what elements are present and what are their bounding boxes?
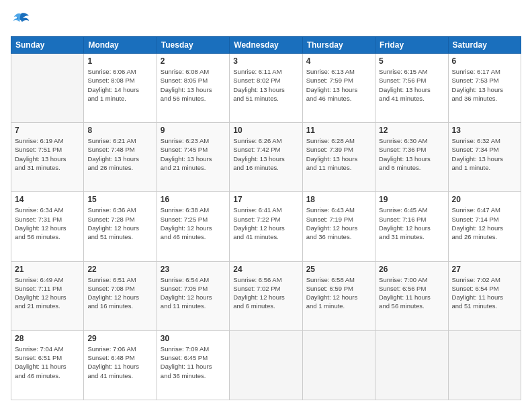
day-number: 11 — [306, 126, 371, 135]
calendar-cell: 30Sunrise: 7:09 AM Sunset: 6:45 PM Dayli… — [157, 330, 229, 400]
weekday-header-wednesday: Wednesday — [230, 37, 302, 54]
day-number: 8 — [87, 126, 152, 135]
day-number: 16 — [161, 195, 226, 204]
day-info: Sunrise: 6:58 AM Sunset: 6:59 PM Dayligh… — [306, 275, 371, 311]
day-info: Sunrise: 7:04 AM Sunset: 6:51 PM Dayligh… — [15, 345, 80, 380]
day-info: Sunrise: 6:47 AM Sunset: 7:14 PM Dayligh… — [452, 205, 517, 241]
calendar-cell: 24Sunrise: 6:56 AM Sunset: 7:02 PM Dayli… — [230, 261, 302, 330]
day-number: 29 — [87, 334, 152, 343]
day-info: Sunrise: 6:08 AM Sunset: 8:05 PM Dayligh… — [161, 67, 226, 103]
day-number: 18 — [306, 195, 371, 204]
day-number: 6 — [452, 56, 517, 66]
day-number: 9 — [161, 126, 226, 135]
day-number: 26 — [379, 265, 444, 274]
day-number: 1 — [87, 56, 152, 66]
calendar-week-row: 1Sunrise: 6:06 AM Sunset: 8:08 PM Daylig… — [11, 54, 521, 123]
day-number: 4 — [306, 56, 371, 66]
weekday-header-saturday: Saturday — [448, 37, 521, 54]
calendar-cell — [302, 330, 375, 400]
header — [11, 11, 521, 30]
day-info: Sunrise: 6:26 AM Sunset: 7:42 PM Dayligh… — [233, 136, 298, 172]
day-number: 27 — [452, 265, 517, 274]
calendar-table: SundayMondayTuesdayWednesdayThursdayFrid… — [11, 36, 521, 400]
calendar-cell: 6Sunrise: 6:17 AM Sunset: 7:53 PM Daylig… — [448, 54, 521, 123]
calendar-cell: 11Sunrise: 6:28 AM Sunset: 7:39 PM Dayli… — [302, 123, 375, 192]
day-info: Sunrise: 6:54 AM Sunset: 7:05 PM Dayligh… — [161, 275, 226, 311]
day-number: 2 — [161, 56, 226, 66]
day-info: Sunrise: 6:15 AM Sunset: 7:56 PM Dayligh… — [379, 67, 444, 103]
calendar-cell: 26Sunrise: 7:00 AM Sunset: 6:56 PM Dayli… — [375, 261, 448, 330]
calendar-cell: 15Sunrise: 6:36 AM Sunset: 7:28 PM Dayli… — [84, 192, 157, 261]
calendar-cell — [11, 54, 84, 123]
day-info: Sunrise: 6:51 AM Sunset: 7:08 PM Dayligh… — [87, 275, 152, 311]
day-info: Sunrise: 6:17 AM Sunset: 7:53 PM Dayligh… — [452, 67, 517, 103]
calendar-cell: 21Sunrise: 6:49 AM Sunset: 7:11 PM Dayli… — [11, 261, 84, 330]
day-info: Sunrise: 6:36 AM Sunset: 7:28 PM Dayligh… — [87, 205, 152, 241]
weekday-header-monday: Monday — [84, 37, 157, 54]
day-info: Sunrise: 6:19 AM Sunset: 7:51 PM Dayligh… — [15, 136, 80, 172]
calendar-cell: 12Sunrise: 6:30 AM Sunset: 7:36 PM Dayli… — [375, 123, 448, 192]
day-info: Sunrise: 6:38 AM Sunset: 7:25 PM Dayligh… — [161, 205, 226, 241]
calendar-week-row: 28Sunrise: 7:04 AM Sunset: 6:51 PM Dayli… — [11, 330, 521, 400]
calendar-header-row: SundayMondayTuesdayWednesdayThursdayFrid… — [11, 37, 521, 54]
day-info: Sunrise: 6:06 AM Sunset: 8:08 PM Dayligh… — [87, 67, 152, 103]
day-info: Sunrise: 7:02 AM Sunset: 6:54 PM Dayligh… — [452, 275, 517, 311]
day-number: 24 — [233, 265, 298, 274]
day-info: Sunrise: 6:21 AM Sunset: 7:48 PM Dayligh… — [87, 136, 152, 172]
day-info: Sunrise: 7:00 AM Sunset: 6:56 PM Dayligh… — [379, 275, 444, 311]
weekday-header-tuesday: Tuesday — [157, 37, 229, 54]
weekday-header-thursday: Thursday — [302, 37, 375, 54]
calendar-cell — [448, 330, 521, 400]
weekday-header-friday: Friday — [375, 37, 448, 54]
day-info: Sunrise: 6:34 AM Sunset: 7:31 PM Dayligh… — [15, 205, 80, 241]
day-info: Sunrise: 6:43 AM Sunset: 7:19 PM Dayligh… — [306, 205, 371, 241]
page: SundayMondayTuesdayWednesdayThursdayFrid… — [0, 0, 532, 411]
calendar-cell: 3Sunrise: 6:11 AM Sunset: 8:02 PM Daylig… — [230, 54, 302, 123]
calendar-cell: 2Sunrise: 6:08 AM Sunset: 8:05 PM Daylig… — [157, 54, 229, 123]
calendar-week-row: 14Sunrise: 6:34 AM Sunset: 7:31 PM Dayli… — [11, 192, 521, 261]
day-number: 15 — [87, 195, 152, 204]
day-number: 17 — [233, 195, 298, 204]
day-number: 14 — [15, 195, 80, 204]
calendar-week-row: 21Sunrise: 6:49 AM Sunset: 7:11 PM Dayli… — [11, 261, 521, 330]
day-number: 20 — [452, 195, 517, 204]
day-info: Sunrise: 6:23 AM Sunset: 7:45 PM Dayligh… — [161, 136, 226, 172]
calendar-cell: 7Sunrise: 6:19 AM Sunset: 7:51 PM Daylig… — [11, 123, 84, 192]
logo — [11, 11, 29, 30]
day-info: Sunrise: 6:11 AM Sunset: 8:02 PM Dayligh… — [233, 67, 298, 103]
calendar-cell: 27Sunrise: 7:02 AM Sunset: 6:54 PM Dayli… — [448, 261, 521, 330]
calendar-cell: 28Sunrise: 7:04 AM Sunset: 6:51 PM Dayli… — [11, 330, 84, 400]
calendar-cell: 5Sunrise: 6:15 AM Sunset: 7:56 PM Daylig… — [375, 54, 448, 123]
calendar-cell: 25Sunrise: 6:58 AM Sunset: 6:59 PM Dayli… — [302, 261, 375, 330]
calendar-cell — [375, 330, 448, 400]
calendar-cell: 22Sunrise: 6:51 AM Sunset: 7:08 PM Dayli… — [84, 261, 157, 330]
calendar-cell: 13Sunrise: 6:32 AM Sunset: 7:34 PM Dayli… — [448, 123, 521, 192]
calendar-cell: 17Sunrise: 6:41 AM Sunset: 7:22 PM Dayli… — [230, 192, 302, 261]
day-info: Sunrise: 6:30 AM Sunset: 7:36 PM Dayligh… — [379, 136, 444, 172]
day-number: 25 — [306, 265, 371, 274]
calendar-cell — [230, 330, 302, 400]
day-number: 23 — [161, 265, 226, 274]
calendar-cell: 23Sunrise: 6:54 AM Sunset: 7:05 PM Dayli… — [157, 261, 229, 330]
weekday-header-sunday: Sunday — [11, 37, 84, 54]
calendar-cell: 16Sunrise: 6:38 AM Sunset: 7:25 PM Dayli… — [157, 192, 229, 261]
calendar-cell: 4Sunrise: 6:13 AM Sunset: 7:59 PM Daylig… — [302, 54, 375, 123]
calendar-cell: 20Sunrise: 6:47 AM Sunset: 7:14 PM Dayli… — [448, 192, 521, 261]
day-info: Sunrise: 7:09 AM Sunset: 6:45 PM Dayligh… — [161, 345, 226, 380]
day-number: 22 — [87, 265, 152, 274]
day-number: 12 — [379, 126, 444, 135]
calendar-cell: 9Sunrise: 6:23 AM Sunset: 7:45 PM Daylig… — [157, 123, 229, 192]
day-info: Sunrise: 6:56 AM Sunset: 7:02 PM Dayligh… — [233, 275, 298, 311]
calendar-cell: 1Sunrise: 6:06 AM Sunset: 8:08 PM Daylig… — [84, 54, 157, 123]
calendar-cell: 19Sunrise: 6:45 AM Sunset: 7:16 PM Dayli… — [375, 192, 448, 261]
day-number: 5 — [379, 56, 444, 66]
logo-bird-icon — [11, 11, 30, 30]
day-info: Sunrise: 6:32 AM Sunset: 7:34 PM Dayligh… — [452, 136, 517, 172]
day-info: Sunrise: 6:41 AM Sunset: 7:22 PM Dayligh… — [233, 205, 298, 241]
calendar-cell: 10Sunrise: 6:26 AM Sunset: 7:42 PM Dayli… — [230, 123, 302, 192]
day-number: 30 — [161, 334, 226, 343]
day-number: 10 — [233, 126, 298, 135]
day-info: Sunrise: 6:49 AM Sunset: 7:11 PM Dayligh… — [15, 275, 80, 311]
day-number: 21 — [15, 265, 80, 274]
day-number: 7 — [15, 126, 80, 135]
